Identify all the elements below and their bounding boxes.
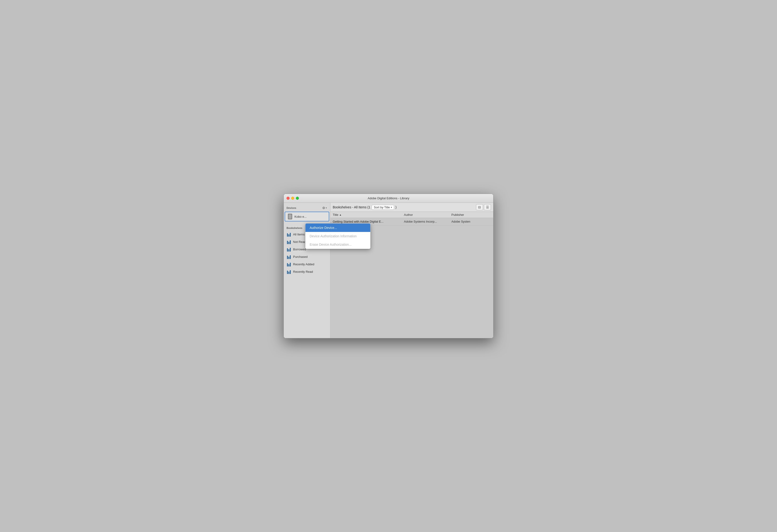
maximize-button[interactable] — [296, 197, 299, 200]
col-author-label: Author — [404, 213, 413, 217]
list-compact-icon: ☰ — [486, 205, 489, 209]
devices-label: Devices — [287, 207, 296, 209]
tablet-icon — [288, 214, 292, 219]
col-publisher-header[interactable]: Publisher — [451, 213, 491, 217]
content-title: Bookshelves - All Items (1 — [333, 205, 370, 209]
traffic-lights — [287, 197, 299, 200]
gear-chevron-icon: ▾ — [326, 207, 327, 209]
col-title-label: Title — [333, 213, 338, 217]
header-close-paren: ) — [396, 205, 397, 209]
title-bar: Adobe Digital Editions - Library — [284, 194, 493, 203]
sort-dropdown[interactable]: Sort by Title ▾ — [372, 205, 394, 210]
col-publisher-label: Publisher — [451, 213, 464, 217]
list-detail-icon: ⊟ — [478, 205, 481, 209]
view-buttons: ⊟ ☰ — [476, 204, 491, 210]
device-item-kobo[interactable]: Kobo e... — [285, 212, 329, 221]
table-header: Title ▲ Author Publisher — [330, 212, 493, 218]
devices-header: Devices ⚙ ▾ — [284, 205, 330, 211]
books-icon — [287, 239, 291, 244]
window-title: Adobe Digital Editions - Library — [368, 197, 409, 200]
cell-title: Getting Started with Adobe Digital E... — [333, 220, 404, 223]
minimize-button[interactable] — [291, 197, 294, 200]
sidebar-item-label: Recently Read — [293, 270, 313, 274]
content-panel: Bookshelves - All Items (1 Sort by Title… — [330, 203, 493, 338]
menu-item-label: Authorize Device... — [310, 226, 337, 230]
device-name: Kobo e... — [295, 215, 307, 218]
cell-publisher: Adobe Systen — [451, 220, 491, 223]
bookshelves-label: Bookshelves — [287, 227, 302, 229]
devices-gear-button[interactable]: ⚙ ▾ — [321, 206, 328, 210]
books-icon — [287, 254, 291, 259]
sort-label: Sort by Title — [374, 206, 390, 209]
col-author-header[interactable]: Author — [404, 213, 451, 217]
sidebar-item-label: Purchased — [293, 255, 308, 258]
sort-chevron-icon: ▾ — [391, 206, 392, 209]
sidebar-item-purchased[interactable]: Purchased — [284, 253, 330, 260]
books-icon — [287, 262, 291, 267]
sidebar: Devices ⚙ ▾ Kobo e... Bookshelv — [284, 203, 330, 338]
menu-item-erase-device-auth: Erase Device Authorization... — [306, 240, 370, 249]
device-icon — [288, 213, 293, 220]
sort-asc-icon: ▲ — [339, 213, 342, 216]
devices-section: Devices ⚙ ▾ Kobo e... — [284, 203, 330, 224]
content-header: Bookshelves - All Items (1 Sort by Title… — [330, 203, 493, 212]
sidebar-item-label: Borrowed — [293, 247, 306, 251]
sidebar-item-label: All Items — [293, 233, 305, 236]
header-prefix: Bookshelves - All Items (1 — [333, 205, 370, 209]
list-compact-view-button[interactable]: ☰ — [484, 204, 491, 210]
books-icon — [287, 247, 291, 251]
sidebar-item-label: Recently Added — [293, 262, 314, 266]
context-menu: Authorize Device... Device Authorization… — [305, 223, 370, 249]
list-detail-view-button[interactable]: ⊟ — [476, 204, 483, 210]
app-window: Adobe Digital Editions - Library Devices… — [284, 194, 493, 338]
menu-item-label: Device Authorization Information — [310, 234, 357, 238]
menu-item-label: Erase Device Authorization... — [310, 243, 352, 246]
books-icon — [287, 269, 291, 274]
books-icon — [287, 232, 291, 237]
window-body: Devices ⚙ ▾ Kobo e... Bookshelv — [284, 203, 493, 338]
content-title-area: Bookshelves - All Items (1 Sort by Title… — [333, 205, 476, 210]
close-button[interactable] — [287, 197, 290, 200]
menu-item-authorize-device[interactable]: Authorize Device... — [306, 223, 370, 232]
sidebar-item-recently-read[interactable]: Recently Read — [284, 268, 330, 275]
col-title-header[interactable]: Title ▲ — [333, 213, 404, 217]
gear-icon: ⚙ — [322, 206, 325, 210]
cell-author: Adobe Systems Incorp... — [404, 220, 451, 223]
sidebar-item-recently-added[interactable]: Recently Added — [284, 260, 330, 268]
menu-item-device-auth-info: Device Authorization Information — [306, 232, 370, 240]
sidebar-item-label: Not Read — [293, 240, 306, 244]
